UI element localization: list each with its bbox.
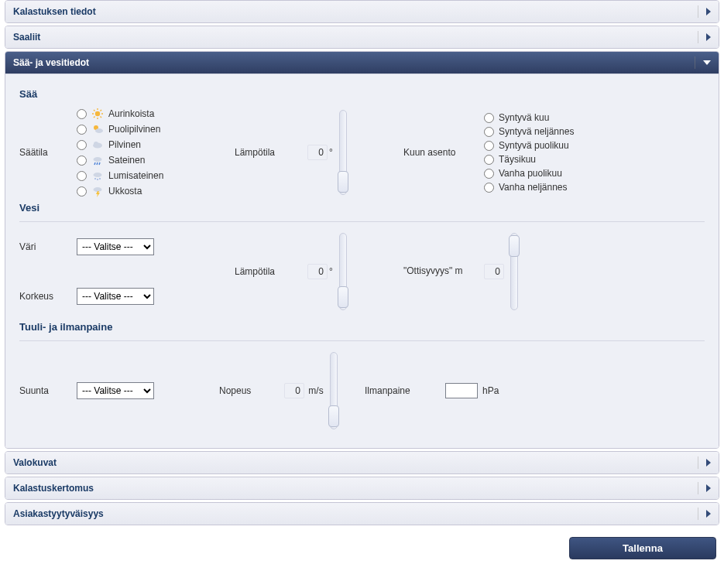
svg-line-16 xyxy=(99,162,100,165)
separator xyxy=(698,456,698,469)
water-temp-slider[interactable] xyxy=(339,233,347,310)
pressure-label: Ilmanpaine xyxy=(365,385,442,396)
slider-thumb[interactable] xyxy=(509,235,520,257)
weather-condition-label: Säätila xyxy=(19,147,66,158)
sun-icon xyxy=(91,108,104,120)
wind-speed-unit: m/s xyxy=(308,385,323,396)
chevron-right-icon xyxy=(706,33,711,41)
separator xyxy=(695,56,695,69)
panel-title: Asiakastyytyväisyys xyxy=(13,508,104,519)
svg-line-6 xyxy=(101,117,102,118)
section-title-wind: Tuuli- ja ilmanpaine xyxy=(19,321,705,333)
svg-point-12 xyxy=(94,142,98,146)
water-height-select[interactable]: --- Valitse --- xyxy=(77,288,154,305)
save-button[interactable]: Tallenna xyxy=(569,537,716,559)
pressure-unit: hPa xyxy=(482,385,499,396)
moon-label: Kuun asento xyxy=(403,147,481,158)
chevron-right-icon xyxy=(706,510,711,518)
svg-line-7 xyxy=(94,117,95,118)
moon-radio-waxing-half[interactable]: Syntyvä puolikuu xyxy=(484,140,685,151)
wind-dir-select[interactable]: --- Valitse --- xyxy=(77,382,154,399)
weather-radio-rainy-input[interactable] xyxy=(77,156,87,166)
weather-radio-snowy[interactable]: Lumisateinen xyxy=(77,169,232,182)
weather-radio-cloudy[interactable]: Pilvinen xyxy=(77,138,232,151)
panel-header-valokuvat[interactable]: Valokuvat xyxy=(5,452,719,473)
svg-marker-22 xyxy=(96,191,100,197)
slider-thumb[interactable] xyxy=(328,405,339,427)
panel-header-kalastuskertomus[interactable]: Kalastuskertomus xyxy=(5,477,719,499)
separator xyxy=(698,5,698,18)
snow-icon xyxy=(91,169,104,182)
separator xyxy=(698,508,698,520)
panel-header-kalastuksen-tiedot[interactable]: Kalastuksen tiedot xyxy=(5,1,719,22)
pressure-input[interactable] xyxy=(445,383,478,398)
section-title-weather: Sää xyxy=(19,88,705,100)
moon-radio-waxing-quarter[interactable]: Syntyvä neljännes xyxy=(484,126,685,137)
moon-radio-full[interactable]: Täysikuu xyxy=(484,154,685,165)
weather-radio-thunder[interactable]: Ukkosta xyxy=(77,185,232,197)
water-height-label: Korkeus xyxy=(19,291,74,302)
depth-label: "Ottisyvyys" m xyxy=(403,265,481,278)
svg-line-15 xyxy=(97,162,98,165)
water-temp-label: Lämpötila xyxy=(235,266,304,277)
panel-header-asiakastyytyvaisyys[interactable]: Asiakastyytyväisyys xyxy=(5,503,719,525)
air-temp-unit: ° xyxy=(329,147,333,158)
weather-radio-sunny[interactable]: Aurinkoista xyxy=(77,108,232,120)
panel-header-saaliit[interactable]: Saaliit xyxy=(5,26,719,48)
moon-radio-label: Syntyvä neljännes xyxy=(499,126,574,137)
panel-header-saa-vesi[interactable]: Sää- ja vesitiedot xyxy=(5,52,719,74)
weather-radio-snowy-input[interactable] xyxy=(77,171,87,181)
wind-speed-label: Nopeus xyxy=(219,385,281,396)
wind-dir-label: Suunta xyxy=(19,385,74,396)
chevron-down-icon xyxy=(703,60,711,65)
svg-point-20 xyxy=(99,178,101,179)
weather-radio-sunny-input[interactable] xyxy=(77,109,87,119)
weather-radio-label: Puolipilvinen xyxy=(108,124,160,135)
moon-radio-waning-half[interactable]: Vanha puolikuu xyxy=(484,168,685,179)
moon-radio-label: Syntyvä kuu xyxy=(499,112,549,123)
separator xyxy=(698,482,698,494)
slider-thumb[interactable] xyxy=(338,171,348,193)
weather-radio-partly-cloudy-input[interactable] xyxy=(77,125,87,135)
weather-radio-thunder-input[interactable] xyxy=(77,186,87,197)
svg-point-18 xyxy=(94,178,96,179)
moon-radio-label: Täysikuu xyxy=(499,154,536,165)
panel-title: Kalastuksen tiedot xyxy=(13,6,96,17)
svg-line-5 xyxy=(94,110,95,111)
rain-icon xyxy=(91,154,104,166)
weather-radio-cloudy-input[interactable] xyxy=(77,140,87,150)
moon-group: Syntyvä kuu Syntyvä neljännes Syntyvä pu… xyxy=(484,112,685,193)
weather-radio-label: Aurinkoista xyxy=(108,108,154,119)
section-title-water: Vesi xyxy=(19,202,705,214)
separator-line xyxy=(19,221,705,222)
depth-slider[interactable] xyxy=(510,233,518,310)
air-temp-slider[interactable] xyxy=(339,110,347,195)
weather-radio-label: Lumisateinen xyxy=(108,170,163,181)
weather-condition-group: Aurinkoista Puolipilvinen xyxy=(77,108,232,197)
wind-speed-value: 0 xyxy=(284,383,304,398)
water-color-label: Väri xyxy=(19,241,74,252)
thunder-icon xyxy=(91,185,104,197)
svg-point-19 xyxy=(97,179,98,180)
slider-thumb[interactable] xyxy=(338,286,348,308)
panel-title: Valokuvat xyxy=(13,457,57,468)
weather-radio-partly-cloudy[interactable]: Puolipilvinen xyxy=(77,123,232,135)
cloud-icon xyxy=(91,138,104,151)
moon-radio-new[interactable]: Syntyvä kuu xyxy=(484,112,685,123)
wind-speed-slider[interactable] xyxy=(330,352,338,429)
moon-radio-waning-quarter[interactable]: Vanha neljännes xyxy=(484,182,685,193)
water-temp-unit: ° xyxy=(329,266,333,277)
svg-line-8 xyxy=(101,110,102,111)
svg-point-0 xyxy=(95,111,100,116)
air-temp-value: 0 xyxy=(307,145,328,160)
svg-line-14 xyxy=(94,162,95,165)
chevron-right-icon xyxy=(706,8,711,15)
water-temp-value: 0 xyxy=(307,264,328,279)
separator xyxy=(698,31,698,43)
partly-cloudy-icon xyxy=(91,123,104,135)
weather-radio-rainy[interactable]: Sateinen xyxy=(77,154,232,166)
water-color-select[interactable]: --- Valitse --- xyxy=(77,238,154,255)
separator-line xyxy=(19,340,705,341)
svg-point-10 xyxy=(95,128,103,133)
air-temp-label: Lämpötila xyxy=(235,147,304,158)
